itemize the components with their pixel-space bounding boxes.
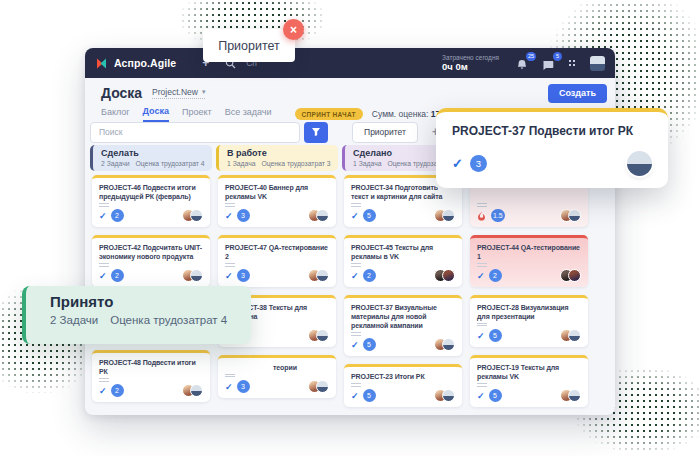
estimate-badge: 5 bbox=[489, 329, 502, 342]
page-head: Доска Project.New ▾ Создать bbox=[101, 82, 607, 104]
time-tracker: Затрачено сегодня 0ч 0м bbox=[442, 54, 499, 72]
check-icon: ✓ bbox=[351, 340, 359, 350]
brand-logo-icon bbox=[95, 57, 108, 70]
task-card[interactable]: PROJECT-45 Тексты для рекламы в VK ✓2 bbox=[344, 235, 462, 287]
notifications-bell-icon[interactable]: 25 bbox=[516, 57, 529, 70]
avatar bbox=[442, 338, 455, 351]
messages-badge: 5 bbox=[553, 52, 562, 61]
assignee-avatars bbox=[182, 269, 203, 282]
task-card[interactable]: PROJECT-44 QA-тестирование 1 ✓2 bbox=[470, 235, 588, 287]
avatar bbox=[627, 151, 652, 176]
estimate-badge: 5 bbox=[489, 389, 502, 402]
user-avatar[interactable] bbox=[590, 56, 605, 71]
task-card[interactable]: PROJECT-28 Визуализация для презентации … bbox=[470, 295, 588, 347]
priority-tooltip: Приоритет × bbox=[203, 29, 295, 62]
tab-all-tasks[interactable]: Все задачи bbox=[225, 107, 272, 121]
task-card[interactable]: PROJECT-37 Визуальные материалы для ново… bbox=[344, 295, 462, 356]
task-card[interactable]: PROJECT-46 Подвести итоги предыдущей РК … bbox=[92, 175, 210, 227]
assignee-avatars bbox=[560, 389, 581, 402]
task-card[interactable]: PROJECT-42 Подсчитать UNIT-экономику нов… bbox=[92, 235, 210, 287]
avatar bbox=[316, 269, 329, 282]
accepted-meta: 2 Задачи Оценка трудозатрат 4 bbox=[50, 314, 239, 326]
description-icon bbox=[351, 263, 361, 267]
assignee-avatars bbox=[434, 269, 455, 282]
app-window: Аспро.Agile + Сп Затрачено сегодня 0ч 0м… bbox=[85, 48, 615, 415]
messages-icon[interactable]: 5 bbox=[542, 57, 555, 70]
check-icon: ✓ bbox=[225, 271, 233, 281]
search-input[interactable] bbox=[90, 122, 300, 143]
task-card[interactable]: PROJECT-23 Итоги РК ✓5 bbox=[344, 364, 462, 407]
create-button[interactable]: Создать bbox=[548, 84, 607, 103]
description-icon bbox=[477, 323, 487, 327]
notifications-badge: 25 bbox=[526, 52, 536, 61]
project-name: Project.New bbox=[152, 87, 198, 97]
estimate-badge: 5 bbox=[363, 338, 376, 351]
column-todo: Сделать 2 ЗадачиОценка трудозатрат 4 PRO… bbox=[90, 145, 212, 410]
task-card[interactable]: PROJECT-47 QA-тестирование 2 ✓3 bbox=[218, 235, 336, 287]
avatar bbox=[190, 269, 203, 282]
assignee-avatars bbox=[182, 384, 203, 397]
priority-tooltip-label: Приоритет bbox=[218, 39, 280, 53]
accepted-column-callout: Принято 2 Задачи Оценка трудозатрат 4 bbox=[22, 286, 251, 344]
tab-project[interactable]: Проект bbox=[182, 107, 212, 121]
check-icon: ✓ bbox=[99, 386, 107, 396]
estimate-badge: 3 bbox=[237, 380, 250, 393]
tab-board[interactable]: Доска bbox=[143, 106, 169, 122]
estimate-badge: 2 bbox=[363, 269, 376, 282]
callout-card-title: PROJECT-37 Подвести итог РК bbox=[452, 124, 652, 138]
description-icon bbox=[99, 203, 109, 207]
avatar bbox=[442, 209, 455, 222]
check-icon: ✓ bbox=[351, 271, 359, 281]
description-icon bbox=[477, 263, 487, 267]
column-header-todo[interactable]: Сделать 2 ЗадачиОценка трудозатрат 4 bbox=[90, 145, 212, 171]
estimate-badge: 1.5 bbox=[491, 209, 505, 222]
estimate-badge: 3 bbox=[237, 269, 250, 282]
close-icon[interactable]: × bbox=[283, 19, 304, 40]
sprint-summary-label: Сумм. оценка: bbox=[372, 109, 429, 119]
avatar bbox=[442, 389, 455, 402]
description-icon bbox=[351, 383, 361, 387]
description-icon bbox=[477, 203, 487, 207]
avatar bbox=[316, 329, 329, 342]
description-icon bbox=[477, 383, 487, 387]
check-icon: ✓ bbox=[225, 382, 233, 392]
project-selector[interactable]: Project.New ▾ bbox=[152, 87, 205, 99]
check-icon: ✓ bbox=[477, 331, 485, 341]
column-header-in-progress[interactable]: В работе 1 ЗадачаОценка трудозатрат 3 bbox=[216, 145, 338, 171]
assignee-avatars bbox=[308, 329, 329, 342]
estimate-badge: 2 bbox=[489, 269, 502, 282]
check-icon: ✓ bbox=[99, 271, 107, 281]
apps-grid-icon[interactable] bbox=[568, 59, 577, 68]
filter-button[interactable] bbox=[304, 122, 328, 143]
task-card[interactable]: PROJECT-19 Тексты для рекламы VK ✓5 bbox=[470, 355, 588, 407]
priority-filter-chip[interactable]: Приоритет bbox=[352, 122, 418, 143]
assignee-avatars bbox=[434, 389, 455, 402]
topbar: Аспро.Agile + Сп Затрачено сегодня 0ч 0м… bbox=[85, 48, 615, 78]
description-icon bbox=[99, 378, 109, 382]
assignee-avatars bbox=[308, 269, 329, 282]
estimate-badge: 5 bbox=[363, 209, 376, 222]
funnel-icon bbox=[311, 127, 321, 137]
brand-name: Аспро.Agile bbox=[114, 57, 176, 69]
check-icon: ✓ bbox=[99, 211, 107, 221]
description-icon bbox=[351, 332, 361, 336]
assignee-avatars bbox=[560, 269, 581, 282]
accepted-title: Принято bbox=[50, 293, 239, 310]
fire-icon bbox=[477, 211, 486, 221]
estimate-badge: 5 bbox=[363, 389, 376, 402]
task-card-callout[interactable]: PROJECT-37 Подвести итог РК ✓ 3 bbox=[436, 108, 668, 188]
assignee-avatars bbox=[182, 209, 203, 222]
description-icon bbox=[99, 263, 109, 267]
task-card[interactable]: PROJECT-40 Баннер для рекламы VK ✓3 bbox=[218, 175, 336, 227]
description-icon bbox=[225, 374, 235, 378]
assignee-avatars bbox=[308, 209, 329, 222]
avatar bbox=[190, 209, 203, 222]
tab-backlog[interactable]: Баклог bbox=[101, 107, 130, 121]
task-card[interactable]: PROJECT-48 Подвести итоги РК ✓2 bbox=[92, 350, 210, 402]
sprint-status-badge: СПРИНТ НАЧАТ bbox=[295, 108, 363, 120]
estimate-badge: 2 bbox=[111, 384, 124, 397]
column-cards: 1.5 PROJECT-44 QA-тестирование 1 ✓2 PROJ… bbox=[468, 175, 590, 415]
check-icon: ✓ bbox=[452, 156, 463, 171]
task-card[interactable]: теории ✓3 bbox=[218, 355, 336, 398]
avatar bbox=[442, 269, 455, 282]
